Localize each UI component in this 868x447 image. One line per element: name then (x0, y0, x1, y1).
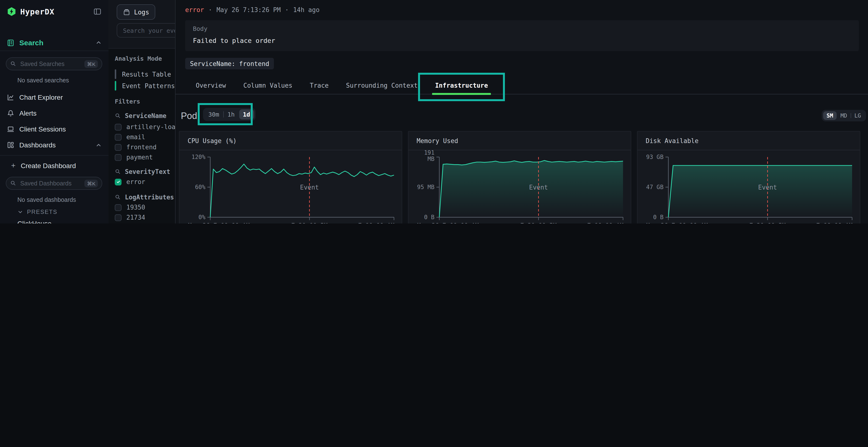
sidebar: HyperDX Search ⌘K No saved searches (0, 0, 109, 224)
analysis-mode-label: Analysis Mode (115, 55, 162, 62)
event-relative-time: 14h ago (293, 6, 320, 13)
checked-checkbox-icon[interactable] (115, 178, 122, 185)
svg-text:7:30:00 PM: 7:30:00 PM (520, 222, 557, 224)
chart-title: CPU Usage (%) (188, 137, 237, 144)
filter-option[interactable]: 19350 (115, 204, 145, 211)
tab-infrastructure[interactable]: Infrastructure (426, 77, 496, 94)
range-1d-active[interactable]: 1d (239, 109, 254, 119)
chart-title: Disk Available (646, 137, 699, 144)
collapse-sidebar-icon[interactable] (93, 8, 102, 15)
search-icon (115, 169, 121, 175)
size-md[interactable]: MD (837, 111, 850, 120)
svg-text:7:00:00 AM: 7:00:00 AM (587, 222, 623, 224)
divider (0, 155, 108, 156)
svg-text:60%: 60% (195, 184, 206, 191)
chart-canvas: 191MB95 MB0 BMay 26 7:00:00 AM7:30:00 PM… (408, 150, 632, 224)
saved-dashboards-field[interactable] (19, 179, 82, 187)
preset-clickhouse[interactable]: ClickHouse (18, 220, 52, 224)
body-value: Failed to place order (193, 37, 275, 44)
svg-text:Event: Event (300, 184, 319, 191)
checkbox-icon[interactable] (115, 214, 122, 221)
chart-icon (7, 94, 14, 101)
filter-group-logattributes[interactable]: LogAttributes (115, 194, 174, 201)
range-1h[interactable]: 1h (223, 109, 239, 119)
filter-option[interactable]: frontend (115, 143, 156, 151)
svg-text:93 GB: 93 GB (646, 153, 663, 161)
active-tab-underline (432, 93, 491, 95)
checkbox-icon[interactable] (115, 144, 122, 150)
mode-event-patterns[interactable]: Event Patterns (115, 81, 175, 91)
laptop-icon (7, 125, 14, 133)
svg-text:0 B: 0 B (424, 214, 434, 220)
mode-indicator (115, 69, 116, 79)
tab-overview[interactable]: Overview (187, 77, 235, 94)
pod-size-control: SM MD LG (822, 110, 866, 122)
source-label: Logs (134, 8, 149, 16)
checkbox-icon[interactable] (115, 204, 122, 211)
app-title: HyperDX (20, 7, 55, 16)
sidebar-item-alerts[interactable]: Alerts (7, 109, 37, 117)
size-sm-active[interactable]: SM (823, 111, 837, 120)
search-icon (10, 61, 17, 67)
bell-icon (7, 109, 14, 117)
svg-text:95 MB: 95 MB (417, 184, 434, 191)
filter-option-checked[interactable]: error (115, 178, 145, 185)
mode-indicator-active (115, 81, 116, 91)
svg-text:MB: MB (428, 156, 434, 162)
chevron-down-icon (18, 209, 23, 215)
chevron-up-icon[interactable] (95, 142, 102, 148)
filter-option[interactable]: artillery-loa (115, 123, 176, 131)
search-filters-column: Logs Analysis Mode Results Table Event P… (108, 0, 175, 224)
filter-option[interactable]: 21734 (115, 214, 145, 221)
pod-section-label: Pod (181, 111, 197, 122)
body-label: Body (193, 25, 207, 32)
saved-dashboards-input[interactable]: ⌘K (6, 177, 102, 190)
logo[interactable]: HyperDX (7, 7, 55, 16)
checkbox-icon[interactable] (115, 124, 122, 130)
create-dashboard-button[interactable]: ＋ Create Dashboard (10, 161, 76, 170)
chevron-up-icon[interactable] (95, 39, 102, 46)
event-body-card: Body Failed to place order (185, 20, 859, 51)
sidebar-item-client-sessions[interactable]: Client Sessions (7, 125, 66, 133)
logs-box-icon (123, 8, 130, 16)
checkbox-icon[interactable] (115, 134, 122, 140)
event-header: error · May 26 7:13:26 PM · 14h ago (185, 6, 319, 13)
hyperdx-app: HyperDX Search ⌘K No saved searches (0, 0, 868, 224)
size-lg[interactable]: LG (851, 111, 864, 120)
shortcut-badge: ⌘K (85, 179, 98, 187)
tab-trace[interactable]: Trace (301, 77, 337, 94)
tab-column-values[interactable]: Column Values (235, 77, 301, 94)
hyperdx-logo-icon (7, 7, 17, 16)
range-30m[interactable]: 30m (205, 109, 223, 119)
saved-searches-input[interactable]: ⌘K (6, 57, 102, 70)
saved-searches-field[interactable] (19, 60, 82, 68)
tab-surrounding-context[interactable]: Surrounding Context (337, 77, 426, 94)
sidebar-item-dashboards[interactable]: Dashboards (7, 141, 56, 149)
event-detail-panel: error · May 26 7:13:26 PM · 14h ago Body… (175, 0, 868, 224)
checkbox-icon[interactable] (115, 154, 122, 161)
sidebar-item-search[interactable]: Search (7, 38, 43, 47)
source-selector[interactable]: Logs (117, 4, 156, 20)
dashboard-grid-icon (7, 141, 14, 149)
presets-toggle[interactable]: PRESETS (18, 209, 57, 215)
mode-results-table[interactable]: Results Table (115, 69, 171, 79)
filters-label: Filters (115, 98, 140, 105)
sidebar-item-chart-explorer[interactable]: Chart Explorer (7, 94, 63, 101)
chart-header: CPU Usage (%) (179, 132, 402, 150)
detail-tabs: Overview Column Values Trace Surrounding… (176, 77, 868, 94)
chart-header: Memory Used (408, 132, 631, 150)
filter-group-servicename[interactable]: ServiceName (115, 112, 166, 119)
service-name-chip[interactable]: ServiceName: frontend (185, 58, 274, 69)
svg-text:0 B: 0 B (653, 214, 663, 220)
divider (0, 50, 108, 51)
filter-option[interactable]: payment (115, 153, 153, 161)
svg-text:7:00:00 AM: 7:00:00 AM (358, 222, 395, 224)
svg-text:120%: 120% (191, 153, 206, 161)
search-icon (10, 180, 17, 186)
shortcut-badge: ⌘K (85, 60, 98, 68)
event-timestamp: May 26 7:13:26 PM (217, 6, 281, 13)
svg-text:May 26 7:00:00 AM: May 26 7:00:00 AM (188, 222, 250, 224)
svg-text:191: 191 (424, 149, 434, 156)
filter-option[interactable]: email (115, 133, 145, 141)
filter-group-severitytext[interactable]: SeverityText (115, 168, 170, 175)
